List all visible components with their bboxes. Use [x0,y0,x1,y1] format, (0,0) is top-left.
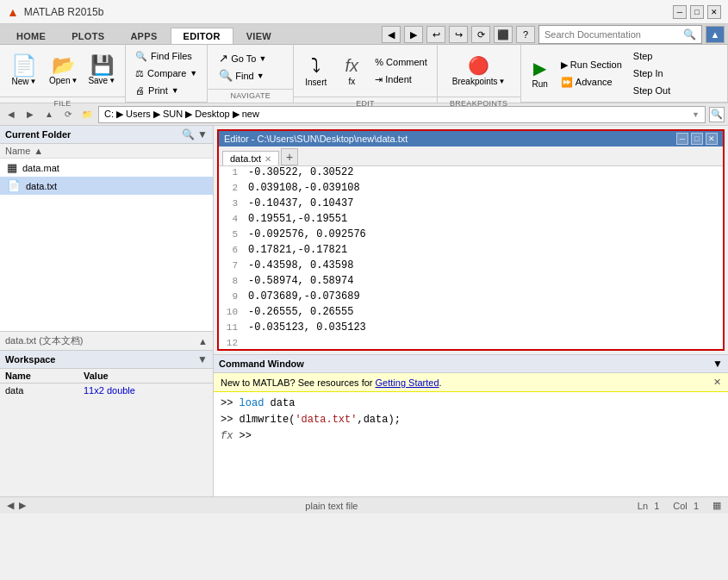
toolbar-file-subgroup: 🔍 Find Files ⚖ Compare ▼ 🖨 Print ▼ FILE [126,45,208,103]
path-dropdown[interactable]: ▼ [692,110,700,119]
back-button[interactable]: ◀ [3,107,19,122]
file-item-data-txt[interactable]: 📄 data.txt [0,177,213,195]
toolbar: 📄 New ▼ 📂 Open ▼ 💾 Save ▼ [0,45,728,103]
toolbar-icon-btn-2[interactable]: ▶ [404,26,423,43]
toolbar-expand-button[interactable]: ▲ [706,26,725,43]
file-item-data-mat[interactable]: ▦ data.mat [0,159,213,177]
up-button[interactable]: ▲ [41,107,57,122]
editor-minimize[interactable]: ─ [676,133,688,145]
new-button[interactable]: 📄 New ▼ [5,48,43,93]
tab-home[interactable]: HOME [3,28,59,44]
line-content: 0.039108,-0.039108 [245,182,360,194]
tab-apps[interactable]: APPS [117,28,170,44]
toolbar-icon-btn-1[interactable]: ◀ [382,26,401,43]
print-icon: 🖨 [135,85,145,96]
toolbar-icon-btn-3[interactable]: ↩ [426,26,445,43]
find-dropdown: ▼ [257,72,264,80]
refresh-button[interactable]: ⟳ [60,107,76,122]
cmd-body: >> load data >> dlmwrite('data.txt',data… [214,392,728,496]
run-section-button[interactable]: ▶ Run Section [557,57,626,72]
ws-var-name: data [0,384,78,398]
ws-name-col: Name [0,369,78,384]
code-line: 12 [219,337,723,349]
new-label: New ▼ [12,77,37,86]
tab-editor[interactable]: EDITOR [171,28,233,44]
getting-started-link[interactable]: Getting Started [376,377,439,388]
ws-value-col: Value [78,369,213,384]
cmd-line-dlmwrite: >> dlmwrite('data.txt',data); [221,412,721,428]
cf-menu-icon[interactable]: ▼ [197,128,208,140]
address-bar: ◀ ▶ ▲ ⟳ 📁 C: ▶ Users ▶ SUN ▶ Desktop ▶ n… [0,103,728,126]
step-button[interactable]: Step [629,48,675,64]
forward-button[interactable]: ▶ [22,107,38,122]
advance-button[interactable]: ⏩ Advance [557,74,626,90]
help-button[interactable]: ? [516,26,535,43]
cmd-notice-bar: New to MATLAB? See resources for Getting… [214,373,728,392]
insert-button[interactable]: ⤵ Insert [299,48,333,93]
goto-button[interactable]: ↗ Go To ▼ [215,51,286,66]
tab-view[interactable]: VIEW [233,28,284,44]
status-nav-next[interactable]: ▶ [19,500,26,511]
cf-search-icon[interactable]: 🔍 [182,128,195,140]
left-panel: Current Folder 🔍 ▼ Name ▲ ▦ data.mat 📄 d… [0,126,214,496]
new-tab-button[interactable]: + [281,148,298,165]
compare-icon: ⚖ [135,68,144,79]
insert-icon: ⤵ [311,54,320,77]
step-in-button[interactable]: Step In [629,65,675,81]
code-line: 5-0.092576, 0.092576 [219,228,723,244]
search-input[interactable] [544,29,683,40]
breakpoints-button[interactable]: 🔴 Breakpoints ▼ [445,48,513,93]
toolbar-icon-btn-4[interactable]: ↪ [449,26,468,43]
status-bar: ◀ ▶ plain text file Ln 1 Col 1 ▦ [0,496,728,514]
compare-button[interactable]: ⚖ Compare ▼ [131,65,202,81]
address-path[interactable]: C: ▶ Users ▶ SUN ▶ Desktop ▶ new ▼ [98,106,706,123]
new-icon: 📄 [11,55,37,76]
comment-button[interactable]: % Comment [370,54,431,70]
open-button[interactable]: 📂 Open ▼ [45,48,82,93]
editor-restore[interactable]: □ [691,133,703,145]
run-button[interactable]: ▶ Run [526,51,554,96]
mat-file-icon: ▦ [7,161,17,174]
fx-button[interactable]: fx fx [336,48,367,93]
maximize-button[interactable]: □ [690,5,704,19]
line-content: 0.19551,-0.19551 [245,213,347,225]
cmd-line-load: >> load data [221,396,721,412]
line-content: -0.26555, 0.26555 [245,306,353,318]
run-section-icon: ▶ [561,59,568,71]
ws-row-data[interactable]: data 11x2 double [0,384,213,398]
close-button[interactable]: ✕ [707,5,721,19]
file-list: ▦ data.mat 📄 data.txt [0,159,213,331]
info-expand-icon[interactable]: ▲ [198,336,208,346]
editor-tab-data-txt[interactable]: data.txt ✕ [222,151,279,165]
minimize-button[interactable]: ─ [673,5,687,19]
toolbar-icon-btn-5[interactable]: ⟳ [471,26,490,43]
status-nav-prev[interactable]: ◀ [7,500,14,511]
tab-plots[interactable]: PLOTS [59,28,117,44]
advance-icon: ⏩ [561,77,573,88]
toolbar-icon-btn-6[interactable]: ⬛ [494,26,513,43]
indent-button[interactable]: ⇥ Indent [370,72,431,87]
step-out-button[interactable]: Step Out [629,83,675,98]
find-button[interactable]: 🔍 Find ▼ [215,68,286,84]
ws-menu-icon[interactable]: ▼ [197,353,208,365]
toolbar-file-group: 📄 New ▼ 📂 Open ▼ 💾 Save ▼ [0,45,126,103]
save-button[interactable]: 💾 Save ▼ [84,48,120,93]
cmd-expand-icon[interactable]: ▼ [712,358,723,370]
code-line: 10-0.26555, 0.26555 [219,306,723,321]
toolbar-breakpoints-group: 🔴 Breakpoints ▼ BREAKPOINTS [438,45,521,103]
line-number: 6 [219,244,245,255]
cmd-notice-close[interactable]: ✕ [713,377,721,388]
print-dropdown: ▼ [171,86,179,95]
editor-close[interactable]: ✕ [706,133,718,145]
code-area[interactable]: 1-0.30522, 0.3052220.039108,-0.0391083-0… [219,166,723,349]
address-search-button[interactable]: 🔍 [709,107,725,122]
workspace-table: Name Value data 11x2 double [0,369,213,398]
search-box[interactable]: 🔍 [538,25,702,44]
open-icon: 📂 [52,56,75,75]
find-files-button[interactable]: 🔍 Find Files [131,48,202,64]
status-options-icon[interactable]: ▦ [712,500,721,511]
toolbar-run-group: ▶ Run ▶ Run Section ⏩ Advance Step Step … [521,45,729,103]
tab-close-icon[interactable]: ✕ [264,154,271,164]
find-files-icon: 🔍 [135,51,147,62]
print-button[interactable]: 🖨 Print ▼ [131,83,202,98]
